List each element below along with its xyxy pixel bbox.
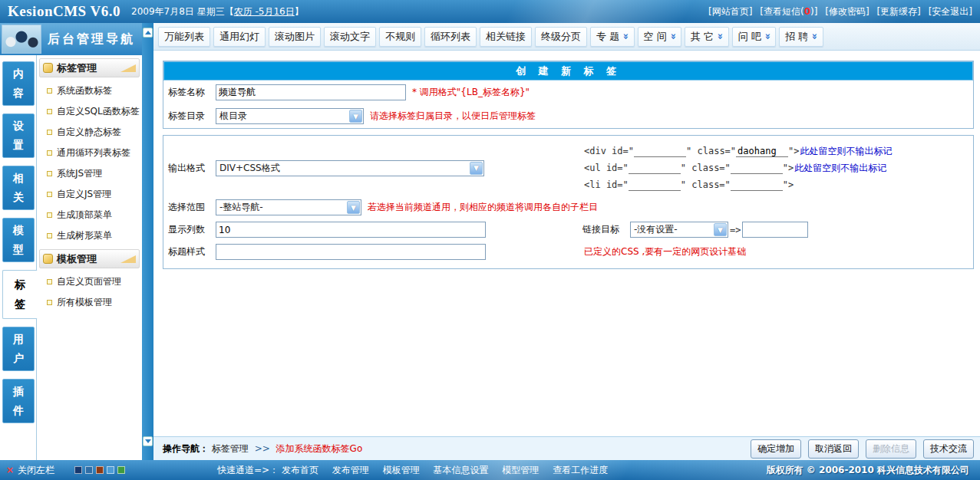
output-format-row: 输出格式 DIV+CSS格式 ▼ [168,140,582,196]
cancel-return-button[interactable]: 取消返回 [808,439,859,459]
confirm-add-button[interactable]: 确定增加 [751,439,801,459]
date-text: 2009年7月8日 星期三【 [131,6,234,17]
li-class-input[interactable] [731,179,783,191]
menutab-label: 通用幻灯 [219,31,259,42]
close-left-panel-button[interactable]: × 关闭左栏 [0,464,54,477]
breadcrumb-tag-management[interactable]: 标签管理 [212,443,249,454]
site-home-link[interactable]: [网站首页] [708,6,752,17]
menutab-related-links[interactable]: 相关链接 [480,27,532,47]
sidebar-tab-related[interactable]: 相关 [2,166,35,210]
chevron-down-icon: « [808,33,820,39]
ul-id-input[interactable] [629,163,681,174]
menu-item-custom-static-tags[interactable]: 自定义静态标签 [39,122,140,143]
li-id-input[interactable] [629,179,681,191]
menu-item-loop-list-tags[interactable]: 通用循环列表标签 [39,143,140,163]
menu-group-template-management[interactable]: 模板管理 [39,249,140,268]
breadcrumb-separator: >> [255,443,270,454]
ul-code-hint: <ul id=" " class=" "> 此处留空则不输出标记 [584,159,893,176]
menutab-label: 循环列表 [431,31,470,42]
div-id-input[interactable] [634,146,686,157]
theme-swatch[interactable] [85,466,93,474]
main-area: 万能列表 通用幻灯 滚动图片 滚动文字 不规则 循环列表 相关链接 终级分页 专… [153,23,980,460]
sidebar-splitter[interactable] [142,23,153,460]
quick-link-work-progress[interactable]: 查看工作进度 [553,465,608,475]
menutab-space[interactable]: 空 间« [638,27,682,47]
message-count-badge: 0 [804,6,810,17]
ul-class-input[interactable] [731,163,783,174]
menu-item-custom-pages[interactable]: 自定义页面管理 [39,271,140,292]
menutab-label: 招 聘 [785,31,808,42]
menu-group-tag-management[interactable]: 标签管理 [39,58,140,77]
menu-item-all-templates[interactable]: 所有模板管理 [39,292,140,313]
refresh-cache-link[interactable]: [更新缓存] [876,6,920,17]
menu-item-system-js[interactable]: 系统JS管理 [39,163,140,184]
theme-swatch[interactable] [96,466,104,474]
menutab-label: 滚动文字 [330,31,370,42]
quick-link-template-manage[interactable]: 模板管理 [383,465,420,475]
bullet-icon [47,192,52,197]
sidebar-tab-content[interactable]: 内容 [2,61,35,106]
lunar-date-link[interactable]: 农历 -5月16日 [234,6,295,17]
menu-item-system-function-tags[interactable]: 系统函数标签 [39,81,140,101]
close-left-label: 关闭左栏 [18,464,54,477]
change-password-link[interactable]: [修改密码] [825,6,869,17]
sidebar-tab-tags[interactable]: 标签 [2,270,38,319]
sidebar-tab-plugins[interactable]: 插件 [2,379,35,423]
menu-item-label: 自定义页面管理 [57,275,121,288]
menu-item-top-menu[interactable]: 生成顶部菜单 [39,205,140,225]
theme-swatch[interactable] [117,466,125,474]
tag-directory-label: 标签目录 [168,110,216,123]
logout-link[interactable]: [安全退出] [929,6,972,17]
title-style-input[interactable] [216,244,486,260]
menutab-label: 问 吧 [738,31,761,42]
menutab-special-topic[interactable]: 专 题« [590,27,635,47]
tech-exchange-button[interactable]: 技术交流 [923,439,974,459]
tag-name-input[interactable] [216,84,406,100]
tab-label: 标签 [15,275,26,314]
splitter-up-button[interactable] [143,28,153,38]
quick-link-publish-manage[interactable]: 发布管理 [332,465,369,475]
output-format-select[interactable]: DIV+CSS格式 ▼ [216,160,484,176]
link-target-select[interactable]: -没有设置- ▼ [630,222,728,238]
menutab-universal-list[interactable]: 万能列表 [158,27,210,47]
menutab-scroll-images[interactable]: 滚动图片 [269,27,321,47]
select-range-select[interactable]: -整站导航- ▼ [216,199,361,215]
quick-link-model-manage[interactable]: 模型管理 [502,465,539,475]
bullet-icon [47,130,52,135]
sidebar-tab-settings[interactable]: 设置 [2,113,35,158]
menutab-final-paging[interactable]: 终级分页 [535,27,587,47]
tab-label: 设置 [13,117,25,155]
menutab-ask[interactable]: 问 吧« [732,27,777,47]
menutab-irregular[interactable]: 不规则 [379,27,421,47]
menutab-recruit[interactable]: 招 聘« [779,27,823,47]
msg-link-text-end: )] [810,6,817,17]
display-columns-input[interactable] [216,222,486,238]
theme-swatch[interactable] [74,466,82,474]
collapse-arrow-icon [120,64,136,72]
breadcrumb-action-link[interactable]: 添加系统函数标签Go [276,443,363,454]
quick-link-publish-home[interactable]: 发布首页 [282,465,318,475]
menu-item-tree-menu[interactable]: 生成树形菜单 [39,225,140,246]
admin-avatar-image [2,25,41,54]
menu-item-custom-sql-tags[interactable]: 自定义SQL函数标签 [39,101,140,122]
operation-label: 操作导航： [163,443,209,454]
splitter-down-button[interactable] [143,436,153,446]
sidebar-tab-users[interactable]: 用户 [2,327,35,371]
bullet-icon [47,300,52,305]
menu-item-custom-js[interactable]: 自定义JS管理 [39,184,140,205]
code-note: 此处留空则不输出标记 [794,162,886,175]
link-target-extra-input[interactable] [742,222,808,238]
sidebar-tab-models[interactable]: 模型 [2,218,35,262]
link-target-label: 链接目标 [582,223,630,236]
quick-link-basic-settings[interactable]: 基本信息设置 [433,465,488,475]
view-messages-link[interactable]: [查看短信(0)] [760,6,817,17]
menutab-scroll-text[interactable]: 滚动文字 [324,27,376,47]
menutab-slideshow[interactable]: 通用幻灯 [213,27,266,47]
menutab-other[interactable]: 其 它« [685,27,729,47]
div-class-input[interactable] [736,146,788,157]
li-code-hint: <li id=" " class=" "> [584,176,893,193]
theme-swatch[interactable] [107,466,114,474]
menutab-loop-list[interactable]: 循环列表 [424,27,477,47]
tag-directory-select[interactable]: 根目录 ▼ [216,108,364,124]
close-x-icon: × [6,465,14,475]
